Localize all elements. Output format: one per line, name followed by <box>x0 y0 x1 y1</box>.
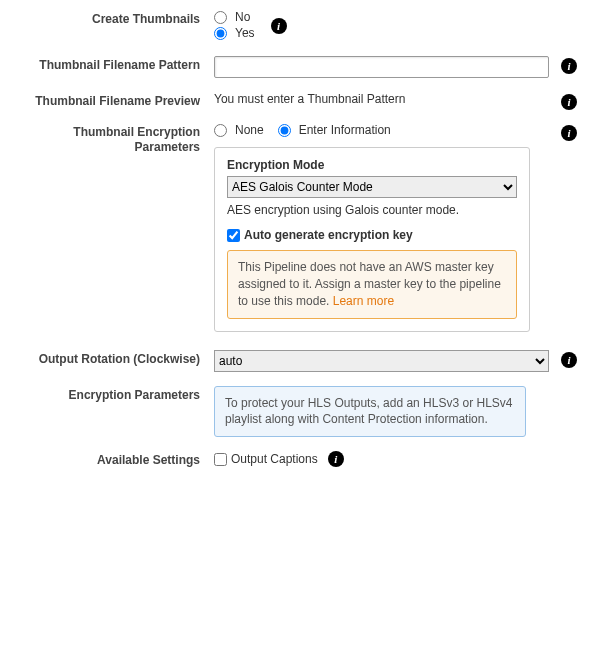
thumb-enc-enter-radio[interactable] <box>278 124 291 137</box>
create-thumbnails-yes-radio[interactable] <box>214 27 227 40</box>
thumbnail-filename-preview-text: You must enter a Thumbnail Pattern <box>214 92 405 106</box>
info-icon[interactable]: i <box>561 94 577 110</box>
thumb-enc-none-radio[interactable] <box>214 124 227 137</box>
output-captions-checkbox[interactable] <box>214 453 227 466</box>
output-rotation-label: Output Rotation (Clockwise) <box>20 350 214 367</box>
thumbnail-filename-pattern-label: Thumbnail Filename Pattern <box>20 56 214 73</box>
thumb-enc-none-label: None <box>235 123 264 137</box>
info-icon[interactable]: i <box>561 58 577 74</box>
output-captions-label: Output Captions <box>231 452 318 466</box>
create-thumbnails-no-label: No <box>235 10 250 24</box>
available-settings-label: Available Settings <box>20 451 214 468</box>
encryption-mode-description: AES encryption using Galois counter mode… <box>227 202 517 218</box>
auto-generate-key-label: Auto generate encryption key <box>244 228 413 242</box>
info-icon[interactable]: i <box>328 451 344 467</box>
thumbnail-encryption-parameters-label: Thumbnail Encryption Parameters <box>20 123 214 155</box>
encryption-mode-select[interactable]: AES Galois Counter Mode <box>227 176 517 198</box>
learn-more-link[interactable]: Learn more <box>333 294 394 308</box>
create-thumbnails-label: Create Thumbnails <box>20 10 214 27</box>
create-thumbnails-no-radio[interactable] <box>214 11 227 24</box>
thumbnail-filename-preview-label: Thumbnail Filename Preview <box>20 92 214 109</box>
encryption-parameters-label: Encryption Parameters <box>20 386 214 403</box>
thumb-enc-enter-label: Enter Information <box>299 123 391 137</box>
create-thumbnails-yes-label: Yes <box>235 26 255 40</box>
info-icon[interactable]: i <box>561 125 577 141</box>
thumbnail-filename-pattern-input[interactable] <box>214 56 549 78</box>
output-rotation-select[interactable]: auto <box>214 350 549 372</box>
info-icon[interactable]: i <box>561 352 577 368</box>
master-key-warning: This Pipeline does not have an AWS maste… <box>227 250 517 318</box>
info-icon[interactable]: i <box>271 18 287 34</box>
auto-generate-key-checkbox[interactable] <box>227 229 240 242</box>
hls-info-box: To protect your HLS Outputs, add an HLSv… <box>214 386 526 438</box>
encryption-mode-label: Encryption Mode <box>227 158 517 172</box>
encryption-mode-panel: Encryption Mode AES Galois Counter Mode … <box>214 147 530 332</box>
